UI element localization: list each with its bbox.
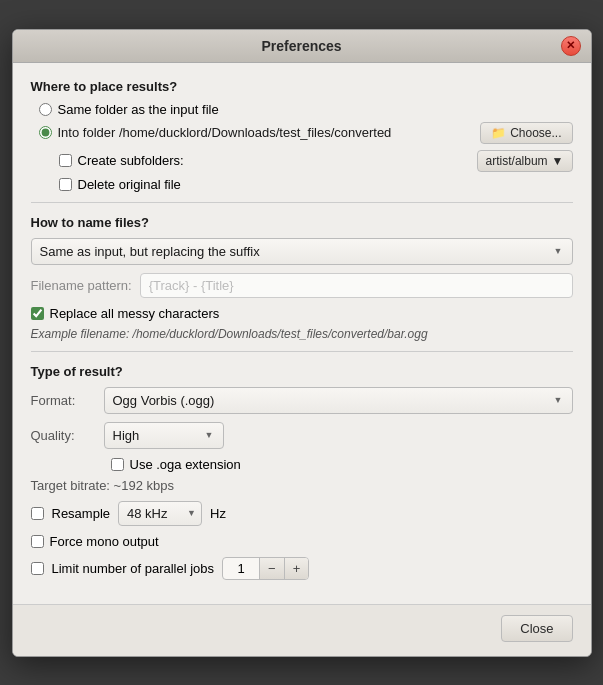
oga-checkbox[interactable] [111,458,124,471]
quality-row: Quality: Low Medium High Very High [31,422,573,449]
placement-section-header: Where to place results? [31,79,573,94]
close-icon[interactable]: ✕ [561,36,581,56]
dialog-content: Where to place results? Same folder as t… [13,63,591,604]
same-folder-label: Same folder as the input file [58,102,219,117]
quality-dropdown[interactable]: Low Medium High Very High [104,422,224,449]
delete-original-checkbox[interactable] [59,178,72,191]
hz-dropdown-wrapper: 44.1 kHz 48 kHz 96 kHz [118,501,202,526]
divider-1 [31,202,573,203]
naming-dropdown-row: Same as input, but replacing the suffix … [31,238,573,265]
create-subfolders-label: Create subfolders: [78,153,184,168]
parallel-number-input[interactable] [223,558,259,579]
resample-row: Resample 44.1 kHz 48 kHz 96 kHz Hz [31,501,573,526]
parallel-increment-button[interactable]: + [284,558,309,579]
naming-dropdown-wrapper: Same as input, but replacing the suffix … [31,238,573,265]
resample-checkbox[interactable] [31,507,44,520]
pattern-label: Filename pattern: [31,278,132,293]
parallel-number-group: − + [222,557,309,580]
resample-label: Resample [52,506,111,521]
parallel-checkbox[interactable] [31,562,44,575]
oga-label: Use .oga extension [130,457,241,472]
parallel-label: Limit number of parallel jobs [52,561,215,576]
replace-messy-label: Replace all messy characters [50,306,220,321]
titlebar: Preferences ✕ [13,30,591,63]
example-value: /home/ducklord/Downloads/test_files/conv… [133,327,428,341]
mono-row: Force mono output [31,534,573,549]
example-prefix: Example filename: [31,327,130,341]
create-subfolders-checkbox[interactable] [59,154,72,167]
delete-original-row: Delete original file [59,177,573,192]
format-dropdown-wrapper: Ogg Vorbis (.ogg) MP3 (.mp3) FLAC (.flac… [104,387,573,414]
pattern-input[interactable] [140,273,573,298]
parallel-row: Limit number of parallel jobs − + [31,557,573,580]
naming-dropdown[interactable]: Same as input, but replacing the suffix … [31,238,573,265]
hz-dropdown[interactable]: 44.1 kHz 48 kHz 96 kHz [118,501,202,526]
into-folder-radio[interactable] [39,126,52,139]
format-label: Format: [31,393,96,408]
mono-label: Force mono output [50,534,159,549]
divider-2 [31,351,573,352]
quality-label: Quality: [31,428,96,443]
same-folder-radio[interactable] [39,103,52,116]
result-section-header: Type of result? [31,364,573,379]
create-subfolders-row: Create subfolders: artist/album ▼ [59,150,573,172]
naming-section-header: How to name files? [31,215,573,230]
replace-messy-row: Replace all messy characters [31,306,573,321]
mono-checkbox[interactable] [31,535,44,548]
choose-button[interactable]: 📁 Choose... [480,122,572,144]
dialog-title: Preferences [261,38,341,54]
same-folder-row: Same folder as the input file [39,102,573,117]
preferences-dialog: Preferences ✕ Where to place results? Sa… [12,29,592,657]
delete-original-label: Delete original file [78,177,181,192]
close-button[interactable]: Close [501,615,572,642]
dropdown-arrow-icon: ▼ [552,154,564,168]
into-folder-row: Into folder /home/ducklord/Downloads/tes… [39,122,573,144]
format-dropdown[interactable]: Ogg Vorbis (.ogg) MP3 (.mp3) FLAC (.flac… [104,387,573,414]
quality-dropdown-wrapper: Low Medium High Very High [104,422,224,449]
folder-icon: 📁 [491,126,506,140]
parallel-decrement-button[interactable]: − [259,558,284,579]
into-folder-label: Into folder /home/ducklord/Downloads/tes… [58,125,481,140]
pattern-row: Filename pattern: [31,273,573,298]
oga-row: Use .oga extension [111,457,573,472]
replace-messy-checkbox[interactable] [31,307,44,320]
hz-suffix: Hz [210,506,226,521]
example-filename: Example filename: /home/ducklord/Downloa… [31,327,573,341]
format-row: Format: Ogg Vorbis (.ogg) MP3 (.mp3) FLA… [31,387,573,414]
artist-album-dropdown[interactable]: artist/album ▼ [477,150,573,172]
bitrate-label: Target bitrate: ~192 kbps [31,478,573,493]
artist-album-wrapper: artist/album ▼ [477,150,573,172]
dialog-footer: Close [13,604,591,656]
